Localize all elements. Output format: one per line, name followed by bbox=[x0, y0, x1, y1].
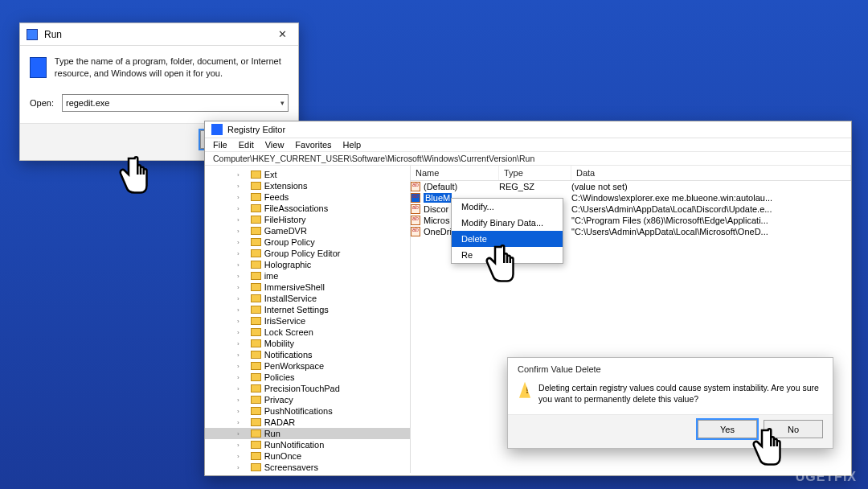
open-value: regedit.exe bbox=[66, 98, 109, 108]
context-menu: Modify...Modify Binary Data...DeleteRe bbox=[451, 198, 563, 264]
tree-node[interactable]: ›Feeds bbox=[205, 191, 410, 203]
folder-icon bbox=[251, 407, 261, 415]
tree-node[interactable]: ›IrisService bbox=[205, 315, 410, 327]
regedit-title-text: Registry Editor bbox=[227, 125, 285, 134]
run-message: Type the name of a program, folder, docu… bbox=[55, 55, 289, 80]
regedit-icon bbox=[211, 124, 223, 135]
tree-node[interactable]: ›Holographic bbox=[205, 259, 410, 270]
close-icon[interactable]: ✕ bbox=[273, 28, 292, 40]
context-menu-item[interactable]: Re bbox=[452, 247, 563, 263]
value-list-pane: Name Type Data (Default)REG_SZ(value not… bbox=[411, 166, 851, 473]
tree-node[interactable]: ›ime bbox=[205, 270, 410, 281]
tree-node[interactable]: ›InstallService bbox=[205, 293, 410, 304]
folder-icon bbox=[251, 193, 261, 201]
folder-icon bbox=[251, 204, 261, 212]
run-large-icon bbox=[30, 57, 47, 78]
string-value-icon bbox=[411, 216, 420, 225]
registry-tree[interactable]: ›Ext›Extensions›Feeds›FileAssociations›F… bbox=[205, 166, 411, 473]
string-value-icon bbox=[411, 182, 420, 191]
context-menu-item[interactable]: Delete bbox=[452, 231, 563, 247]
tree-node[interactable]: ›GameDVR bbox=[205, 225, 410, 236]
no-button[interactable]: No bbox=[764, 420, 823, 438]
tree-node[interactable]: ›PenWorkspace bbox=[205, 360, 410, 372]
folder-icon bbox=[251, 463, 261, 471]
tree-node[interactable]: ›FileAssociations bbox=[205, 203, 410, 214]
folder-icon bbox=[251, 182, 261, 190]
yes-button[interactable]: Yes bbox=[698, 420, 757, 438]
col-name[interactable]: Name bbox=[411, 166, 499, 180]
tree-node[interactable]: ›Screensavers bbox=[205, 462, 410, 473]
tree-node[interactable]: ›ImmersiveShell bbox=[205, 281, 410, 293]
warning-icon bbox=[519, 382, 530, 398]
folder-icon bbox=[251, 351, 261, 359]
tree-node[interactable]: ›RADAR bbox=[205, 417, 410, 428]
watermark: UGETFIX bbox=[796, 470, 857, 484]
run-titlebar[interactable]: Run ✕ bbox=[20, 23, 298, 46]
tree-node[interactable]: ›PrecisionTouchPad bbox=[205, 383, 410, 394]
tree-node[interactable]: ›Privacy bbox=[205, 394, 410, 405]
col-type[interactable]: Type bbox=[499, 166, 571, 180]
menu-view[interactable]: View bbox=[265, 140, 285, 150]
folder-icon bbox=[251, 306, 261, 314]
string-value-icon bbox=[411, 204, 420, 214]
registry-editor-window: Registry Editor FileEditViewFavoritesHel… bbox=[204, 121, 852, 476]
folder-icon bbox=[251, 339, 261, 347]
folder-icon bbox=[251, 328, 261, 336]
tree-node[interactable]: ›PushNotifications bbox=[205, 405, 410, 417]
folder-icon bbox=[251, 283, 261, 291]
chevron-down-icon[interactable]: ▾ bbox=[280, 99, 285, 107]
folder-icon bbox=[251, 441, 261, 449]
tree-node[interactable]: ›Mobility bbox=[205, 338, 410, 349]
confirm-title: Confirm Value Delete bbox=[508, 358, 833, 376]
run-title-text: Run bbox=[44, 29, 273, 40]
confirm-delete-dialog: Confirm Value Delete Deleting certain re… bbox=[507, 357, 833, 449]
folder-icon bbox=[251, 238, 261, 246]
open-label: Open: bbox=[30, 98, 54, 108]
regedit-titlebar[interactable]: Registry Editor bbox=[205, 121, 851, 138]
tree-node[interactable]: ›RunOnce bbox=[205, 450, 410, 462]
folder-icon bbox=[251, 418, 261, 426]
tree-node[interactable]: ›Lock Screen bbox=[205, 327, 410, 338]
string-value-icon bbox=[411, 227, 420, 236]
tree-node[interactable]: ›Group Policy Editor bbox=[205, 248, 410, 259]
folder-icon bbox=[251, 249, 261, 257]
folder-icon bbox=[251, 171, 261, 179]
folder-icon bbox=[251, 452, 261, 460]
tree-node[interactable]: ›Group Policy bbox=[205, 236, 410, 248]
folder-icon bbox=[251, 373, 261, 381]
tree-node[interactable]: ›Internet Settings bbox=[205, 304, 410, 315]
menu-favorites[interactable]: Favorites bbox=[295, 140, 331, 150]
folder-icon bbox=[251, 384, 261, 392]
folder-icon bbox=[251, 272, 261, 280]
tree-node[interactable]: ›Run bbox=[205, 428, 410, 439]
context-menu-item[interactable]: Modify... bbox=[452, 199, 563, 215]
folder-icon bbox=[251, 429, 261, 438]
folder-icon bbox=[251, 362, 261, 370]
folder-icon bbox=[251, 261, 261, 269]
context-menu-item[interactable]: Modify Binary Data... bbox=[452, 215, 563, 231]
menu-file[interactable]: File bbox=[213, 140, 227, 150]
regedit-menubar: FileEditViewFavoritesHelp bbox=[205, 138, 851, 152]
folder-icon bbox=[251, 216, 261, 224]
column-headers[interactable]: Name Type Data bbox=[411, 166, 851, 181]
tree-node[interactable]: ›FileHistory bbox=[205, 214, 410, 225]
tree-node[interactable]: ›Extensions bbox=[205, 180, 410, 191]
folder-icon bbox=[251, 396, 261, 404]
run-icon bbox=[27, 29, 38, 40]
string-value-icon bbox=[411, 193, 420, 203]
folder-icon bbox=[251, 294, 261, 302]
col-data[interactable]: Data bbox=[571, 166, 851, 180]
open-combobox[interactable]: regedit.exe ▾ bbox=[62, 94, 289, 112]
menu-help[interactable]: Help bbox=[343, 140, 362, 150]
cursor-hand-icon bbox=[113, 154, 153, 203]
tree-node[interactable]: ›Policies bbox=[205, 372, 410, 383]
tree-node[interactable]: ›RunNotification bbox=[205, 439, 410, 450]
confirm-message: Deleting certain registry values could c… bbox=[538, 382, 821, 405]
address-bar[interactable]: Computer\HKEY_CURRENT_USER\Software\Micr… bbox=[205, 152, 851, 166]
tree-node[interactable]: ›Ext bbox=[205, 169, 410, 180]
folder-icon bbox=[251, 227, 261, 235]
menu-edit[interactable]: Edit bbox=[239, 140, 254, 150]
value-row[interactable]: (Default)REG_SZ(value not set) bbox=[411, 181, 851, 192]
tree-node[interactable]: ›Notifications bbox=[205, 349, 410, 360]
folder-icon bbox=[251, 317, 261, 325]
